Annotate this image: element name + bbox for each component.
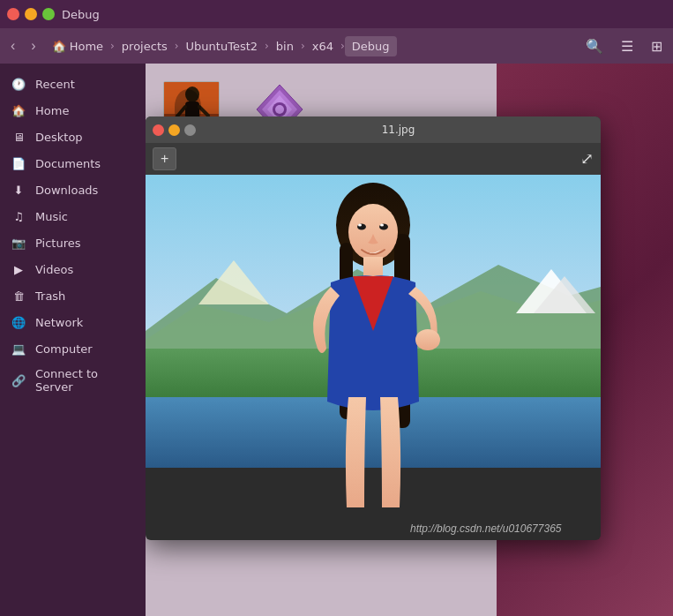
sidebar-item-network[interactable]: 🌐 Network bbox=[0, 309, 146, 335]
home-sidebar-icon: 🏠 bbox=[11, 102, 26, 118]
sidebar-item-desktop[interactable]: 🖥 Desktop bbox=[0, 124, 146, 150]
sidebar-item-recent[interactable]: 🕐 Recent bbox=[0, 71, 146, 97]
viewer-zoom-button[interactable]: + bbox=[153, 147, 176, 170]
sidebar-label-trash: Trash bbox=[35, 289, 65, 303]
breadcrumb-ubuntutest2[interactable]: UbuntuTest2 bbox=[179, 36, 265, 56]
grid-view-button[interactable]: ⊞ bbox=[644, 34, 669, 58]
sidebar-label-pictures: Pictures bbox=[35, 237, 80, 250]
breadcrumb-home[interactable]: 🏠 Home bbox=[45, 36, 110, 56]
sidebar-item-trash[interactable]: 🗑 Trash bbox=[0, 282, 146, 309]
search-icon: 🔍 bbox=[586, 39, 603, 54]
viewer-max-button[interactable] bbox=[184, 124, 196, 136]
sidebar-item-downloads[interactable]: ⬇ Downloads bbox=[0, 177, 146, 203]
sidebar-label-connect: Connect to Server bbox=[35, 367, 135, 394]
sidebar-label-desktop: Desktop bbox=[35, 131, 83, 144]
connect-icon: 🔗 bbox=[11, 372, 26, 388]
viewer-title: 11.jpg bbox=[203, 124, 594, 136]
viewer-expand-button[interactable]: ⤢ bbox=[580, 149, 594, 169]
viewer-controls bbox=[153, 124, 196, 136]
breadcrumb-ubuntutest2-label: UbuntuTest2 bbox=[186, 40, 258, 53]
documents-icon: 📄 bbox=[11, 155, 26, 171]
breadcrumb: 🏠 Home › projects › UbuntuTest2 › bin › … bbox=[45, 36, 577, 56]
pictures-icon: 📷 bbox=[11, 235, 26, 251]
list-icon: ☰ bbox=[621, 39, 633, 54]
breadcrumb-debug[interactable]: Debug bbox=[345, 36, 397, 56]
viewer-image-area: http://blog.csdn.net/u010677365 bbox=[146, 175, 601, 540]
viewer-close-button[interactable] bbox=[153, 124, 164, 136]
sidebar-item-documents[interactable]: 📄 Documents bbox=[0, 150, 146, 177]
toolbar-right: 🔍 ☰ ⊞ bbox=[579, 34, 669, 58]
downloads-icon: ⬇ bbox=[11, 182, 26, 198]
sidebar-item-pictures[interactable]: 📷 Pictures bbox=[0, 229, 146, 256]
list-view-button[interactable]: ☰ bbox=[614, 34, 640, 58]
breadcrumb-bin[interactable]: bin bbox=[269, 36, 301, 56]
breadcrumb-x64[interactable]: x64 bbox=[305, 36, 340, 56]
file-area: 11.jpg UbuntuTest2.out bbox=[146, 64, 673, 616]
breadcrumb-projects-label: projects bbox=[122, 40, 168, 53]
search-button[interactable]: 🔍 bbox=[579, 34, 610, 58]
title-bar: Debug bbox=[0, 0, 673, 28]
back-button[interactable]: ‹ bbox=[4, 34, 22, 57]
network-icon: 🌐 bbox=[11, 314, 26, 330]
svg-text:http://blog.csdn.net/u01067736: http://blog.csdn.net/u010677365 bbox=[410, 522, 562, 535]
sidebar-item-computer[interactable]: 💻 Computer bbox=[0, 335, 146, 362]
sidebar-label-music: Music bbox=[35, 210, 68, 223]
svg-point-27 bbox=[358, 224, 362, 227]
minimize-button[interactable] bbox=[25, 8, 37, 20]
sidebar-label-home: Home bbox=[35, 104, 69, 117]
desktop-icon: 🖥 bbox=[11, 129, 26, 145]
sidebar-label-downloads: Downloads bbox=[35, 184, 98, 197]
svg-point-30 bbox=[415, 329, 440, 350]
breadcrumb-home-label: Home bbox=[70, 40, 103, 53]
close-button[interactable] bbox=[7, 8, 19, 20]
svg-point-28 bbox=[380, 224, 384, 227]
sidebar-label-videos: Videos bbox=[35, 263, 73, 276]
photo-display: http://blog.csdn.net/u010677365 bbox=[146, 175, 601, 540]
viewer-min-button[interactable] bbox=[168, 124, 180, 136]
sidebar-item-videos[interactable]: ▶ Videos bbox=[0, 256, 146, 282]
sidebar-label-documents: Documents bbox=[35, 157, 101, 170]
recent-icon: 🕐 bbox=[11, 76, 26, 92]
sidebar-item-home[interactable]: 🏠 Home bbox=[0, 97, 146, 124]
svg-point-24 bbox=[348, 204, 398, 260]
breadcrumb-bin-label: bin bbox=[276, 40, 294, 53]
maximize-button[interactable] bbox=[42, 8, 55, 20]
sidebar-label-recent: Recent bbox=[35, 78, 75, 91]
breadcrumb-x64-label: x64 bbox=[312, 40, 333, 53]
grid-icon: ⊞ bbox=[651, 39, 662, 54]
sidebar: 🕐 Recent 🏠 Home 🖥 Desktop 📄 Documents ⬇ … bbox=[0, 64, 146, 616]
breadcrumb-sep-2: › bbox=[175, 40, 179, 52]
main-layout: 🕐 Recent 🏠 Home 🖥 Desktop 📄 Documents ⬇ … bbox=[0, 64, 673, 616]
breadcrumb-projects[interactable]: projects bbox=[115, 36, 175, 56]
home-icon: 🏠 bbox=[52, 40, 66, 53]
svg-point-12 bbox=[275, 105, 284, 114]
viewer-titlebar: 11.jpg bbox=[146, 116, 601, 143]
image-viewer: 11.jpg + ⤢ bbox=[146, 116, 601, 540]
breadcrumb-debug-label: Debug bbox=[352, 40, 390, 53]
trash-icon: 🗑 bbox=[11, 288, 26, 304]
sidebar-item-connect[interactable]: 🔗 Connect to Server bbox=[0, 362, 146, 399]
photo-svg: http://blog.csdn.net/u010677365 bbox=[146, 175, 601, 540]
videos-icon: ▶ bbox=[11, 261, 26, 277]
computer-icon: 💻 bbox=[11, 341, 26, 357]
viewer-toolbar: + ⤢ bbox=[146, 143, 601, 175]
forward-button[interactable]: › bbox=[24, 34, 42, 57]
window-controls bbox=[7, 8, 55, 20]
svg-point-2 bbox=[185, 86, 199, 102]
sidebar-label-computer: Computer bbox=[35, 342, 93, 356]
music-icon: ♫ bbox=[11, 208, 26, 224]
window-title: Debug bbox=[62, 8, 100, 21]
toolbar: ‹ › 🏠 Home › projects › UbuntuTest2 › bi… bbox=[0, 28, 673, 64]
sidebar-item-music[interactable]: ♫ Music bbox=[0, 203, 146, 229]
sidebar-label-network: Network bbox=[35, 316, 83, 329]
